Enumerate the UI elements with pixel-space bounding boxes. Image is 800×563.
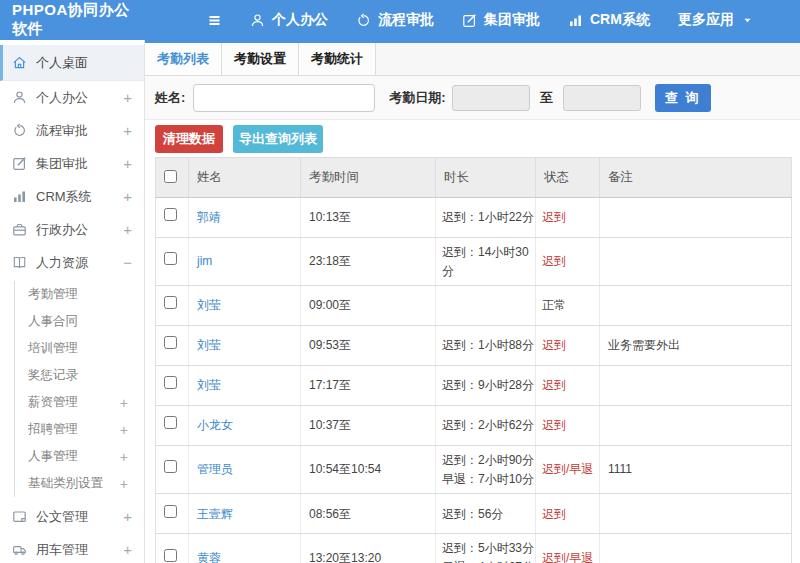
remark-cell (600, 286, 792, 326)
sidebar-item-group-approval[interactable]: 集团审批 + (0, 147, 144, 180)
row-checkbox[interactable] (164, 505, 177, 518)
name-label: 姓名: (155, 89, 185, 107)
duration-cell (436, 286, 536, 326)
table-row: 刘莹 17:17至 迟到：9小时28分 迟到 (156, 366, 792, 406)
briefcase-icon (12, 222, 27, 237)
remark-cell (600, 494, 792, 534)
attendance-time-cell: 13:20至13:20 (301, 534, 436, 563)
nav-label: 更多应用 (678, 11, 734, 29)
name-input[interactable] (193, 84, 375, 112)
query-button[interactable]: 查 询 (655, 84, 711, 112)
status-cell: 迟到/早退 (536, 446, 600, 494)
nav-crm[interactable]: CRM系统 (554, 0, 664, 40)
employee-name-link[interactable]: 刘莹 (197, 378, 221, 392)
document-icon (12, 509, 27, 524)
book-icon (12, 255, 27, 270)
header-remark: 备注 (600, 158, 792, 198)
attendance-time-cell: 10:37至 (301, 406, 436, 446)
tab-attendance-settings[interactable]: 考勤设置 (222, 43, 299, 75)
row-checkbox[interactable] (164, 252, 177, 265)
car-icon (12, 542, 27, 557)
row-checkbox[interactable] (164, 549, 177, 562)
sidebar-subitem-recruitment-mgmt[interactable]: 招聘管理 + (15, 416, 144, 443)
nav-workflow-approval[interactable]: 流程审批 (342, 0, 448, 40)
sidebar-subitem-reward-punishment[interactable]: 奖惩记录 (15, 362, 144, 389)
expand-sign: + (123, 221, 132, 238)
duration-cell: 迟到：9小时28分 (436, 366, 536, 406)
sidebar-subitem-training-mgmt[interactable]: 培训管理 (15, 335, 144, 362)
sidebar-subitem-label: 考勤管理 (28, 286, 78, 303)
sidebar-item-vehicle-mgmt[interactable]: 用车管理 + (0, 533, 144, 563)
attendance-time-cell: 23:18至 (301, 238, 436, 286)
header-duration: 时长 (436, 158, 536, 198)
sidebar-item-crm[interactable]: CRM系统 + (0, 180, 144, 213)
sidebar-subitem-personnel-contract[interactable]: 人事合同 (15, 308, 144, 335)
status-cell: 迟到 (536, 326, 600, 366)
expand-sign: + (120, 395, 128, 411)
tab-attendance-list[interactable]: 考勤列表 (145, 43, 222, 75)
edit-icon (462, 13, 477, 28)
export-list-button[interactable]: 导出查询列表 (233, 125, 323, 153)
nav-more-apps[interactable]: 更多应用 (664, 0, 768, 40)
row-checkbox[interactable] (164, 376, 177, 389)
remark-cell (600, 534, 792, 563)
header-time: 考勤时间 (301, 158, 436, 198)
row-checkbox[interactable] (164, 296, 177, 309)
sidebar-item-label: 行政办公 (36, 221, 88, 239)
employee-name-link[interactable]: 管理员 (197, 462, 233, 476)
employee-name-link[interactable]: 刘莹 (197, 338, 221, 352)
date-to-input[interactable] (563, 85, 641, 111)
header-status: 状态 (536, 158, 600, 198)
sidebar-item-workflow-approval[interactable]: 流程审批 + (0, 114, 144, 147)
duration-cell: 迟到：2小时90分 早退：7小时10分 (436, 446, 536, 494)
sidebar-item-label: 个人办公 (36, 89, 88, 107)
sidebar-subitem-label: 奖惩记录 (28, 367, 78, 384)
sidebar: 个人桌面 个人办公 + 流程审批 + 集团审批 + CRM系统 + 行政办公 +… (0, 40, 145, 563)
row-checkbox[interactable] (164, 208, 177, 221)
sidebar-subitem-personnel-mgmt[interactable]: 人事管理 + (15, 443, 144, 470)
table-row: 王壹辉 08:56至 迟到：56分 迟到 (156, 494, 792, 534)
attendance-time-cell: 08:56至 (301, 494, 436, 534)
date-from-input[interactable] (452, 85, 530, 111)
row-checkbox[interactable] (164, 336, 177, 349)
sidebar-item-personal-office[interactable]: 个人办公 + (0, 81, 144, 114)
to-label: 至 (540, 89, 553, 107)
sidebar-item-document-mgmt[interactable]: 公文管理 + (0, 500, 144, 533)
expand-sign: + (123, 155, 132, 172)
row-checkbox[interactable] (164, 460, 177, 473)
row-checkbox[interactable] (164, 416, 177, 429)
sidebar-subitem-attendance-mgmt[interactable]: 考勤管理 (15, 281, 144, 308)
sidebar-item-label: CRM系统 (36, 188, 92, 206)
table-row: 小龙女 10:37至 迟到：2小时62分 迟到 (156, 406, 792, 446)
employee-name-link[interactable]: 郭靖 (197, 210, 221, 224)
sidebar-subitem-label: 基础类别设置 (28, 475, 103, 492)
employee-name-link[interactable]: 黄蓉 (197, 551, 221, 563)
employee-name-link[interactable]: 小龙女 (197, 418, 233, 432)
sidebar-item-admin-office[interactable]: 行政办公 + (0, 213, 144, 246)
sidebar-item-hr[interactable]: 人力资源 − (0, 246, 144, 279)
sidebar-item-label: 人力资源 (36, 254, 88, 272)
status-cell: 迟到 (536, 238, 600, 286)
nav-personal-office[interactable]: 个人办公 (236, 0, 342, 40)
clean-data-button[interactable]: 清理数据 (155, 125, 223, 153)
employee-name-link[interactable]: 刘莹 (197, 298, 221, 312)
nav-group-approval[interactable]: 集团审批 (448, 0, 554, 40)
employee-name-link[interactable]: 王壹辉 (197, 507, 233, 521)
topbar: PHPOA协同办公软件 个人办公 流程审批 集团审批 CRM系统 更多应用 (0, 0, 800, 40)
sidebar-subitem-basic-category-settings[interactable]: 基础类别设置 + (15, 470, 144, 497)
action-bar: 清理数据 导出查询列表 (145, 120, 800, 157)
sidebar-item-personal-desktop[interactable]: 个人桌面 (0, 45, 144, 81)
duration-cell: 迟到：1小时88分 (436, 326, 536, 366)
remark-cell (600, 198, 792, 238)
employee-name-link[interactable]: jim (197, 254, 212, 268)
sidebar-subitem-salary-mgmt[interactable]: 薪资管理 + (15, 389, 144, 416)
hamburger-icon[interactable] (207, 13, 222, 28)
hr-submenu: 考勤管理 人事合同 培训管理 奖惩记录 薪资管理 + 招聘管理 + 人事管理 +… (14, 281, 144, 497)
tab-attendance-statistics[interactable]: 考勤统计 (299, 43, 376, 75)
table-row: 郭靖 10:13至 迟到：1小时22分 迟到 (156, 198, 792, 238)
duration-cell: 迟到：14小时30分 (436, 238, 536, 286)
select-all-checkbox[interactable] (164, 170, 177, 183)
expand-sign: + (120, 476, 128, 492)
edit-icon (12, 156, 27, 171)
status-cell: 迟到 (536, 366, 600, 406)
